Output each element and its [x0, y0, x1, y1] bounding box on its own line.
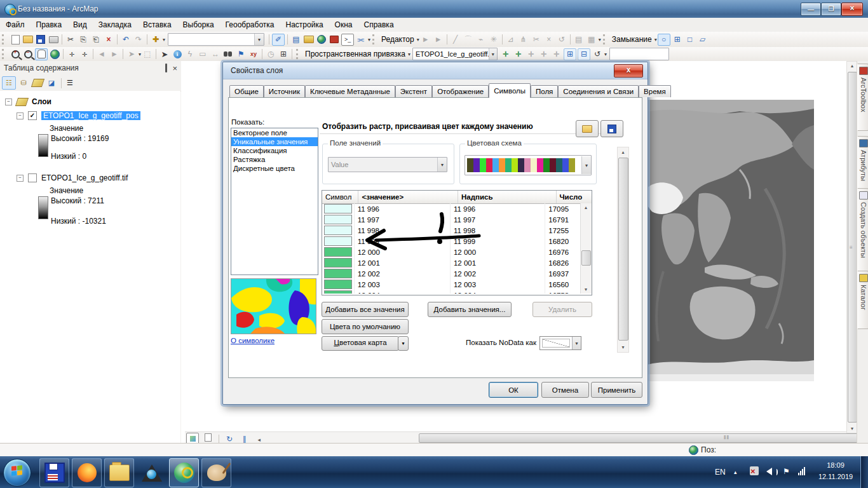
cell-label[interactable]: 11 998 — [451, 225, 545, 236]
georeferencing-toolbar-label[interactable]: Пространственная привязка — [305, 50, 405, 58]
rotate-raster-icon[interactable]: ↺ — [592, 49, 603, 60]
layout-view-button[interactable] — [202, 432, 214, 443]
renderer-option[interactable]: Дискретные цвета — [231, 164, 318, 173]
dialog-tab[interactable]: Поля — [531, 85, 558, 97]
dock-tab[interactable]: Каталог — [857, 271, 868, 329]
renderer-option[interactable]: Классификация — [231, 146, 318, 155]
dialog-titlebar[interactable]: Свойства слоя — [223, 62, 648, 79]
value-swatch[interactable] — [324, 204, 352, 214]
panel-scroll-thumb[interactable] — [618, 158, 628, 341]
georeferencing-layer-combo[interactable]: ETOPO1_Ice_g_geotiff.tif▾ — [412, 48, 498, 60]
value-swatch[interactable] — [324, 258, 352, 268]
dialog-tab[interactable]: Общие — [229, 85, 264, 97]
renderer-option[interactable]: Уникальные значения — [231, 137, 318, 146]
table-row[interactable]: 12 000 12 000 16976 — [322, 247, 580, 257]
menu-item[interactable]: Файл — [0, 18, 31, 31]
layer-name[interactable]: ETOPO1_Ice_g_geotiff.tif — [41, 173, 128, 182]
full-extent-icon[interactable] — [49, 49, 60, 60]
network-signal-icon[interactable] — [798, 467, 806, 477]
table-row[interactable]: 11 999 11 999 16820 — [322, 236, 580, 247]
value-swatch[interactable] — [324, 269, 352, 278]
undo-icon[interactable]: ↶ — [120, 34, 132, 45]
menu-item[interactable]: Вставка — [137, 18, 177, 31]
table-scrollbar[interactable]: ▴ ▾ — [580, 203, 592, 294]
edge-snapping-icon[interactable]: ▱ — [697, 34, 709, 45]
identify-icon[interactable]: i — [172, 49, 183, 60]
open-icon[interactable] — [22, 34, 34, 45]
fixed-zoom-out-icon[interactable]: ✛ — [79, 49, 90, 60]
taskbar-license-app-button[interactable] — [137, 458, 166, 487]
cell-label[interactable]: 12 002 — [451, 268, 545, 279]
dock-tab[interactable]: Создать объекты — [857, 188, 868, 272]
show-desktop-button[interactable] — [860, 456, 868, 488]
pin-icon[interactable] — [165, 64, 167, 72]
menu-item[interactable]: Геообработка — [220, 18, 280, 31]
menu-item[interactable]: Окна — [329, 18, 358, 31]
column-header[interactable]: Символ — [322, 191, 358, 203]
colormap-dropdown-arrow[interactable]: ▾ — [398, 336, 409, 351]
cell-label[interactable]: 12 004 — [451, 290, 545, 294]
point-snapping-icon[interactable]: ○ — [658, 34, 670, 46]
dialog-close-button[interactable]: x — [614, 64, 643, 78]
default-colors-button[interactable]: Цвета по умолчанию — [322, 319, 409, 334]
cell-label[interactable]: 11 996 — [451, 203, 545, 214]
collapse-icon[interactable]: − — [5, 98, 12, 105]
paste-icon[interactable]: ⎗ — [90, 34, 102, 45]
start-button[interactable] — [3, 459, 31, 487]
value-swatch[interactable] — [324, 290, 352, 294]
table-scroll-thumb[interactable] — [581, 250, 591, 266]
menu-item[interactable]: Закладка — [93, 18, 137, 31]
toolbar-grip[interactable] — [2, 49, 7, 59]
dialog-tab[interactable]: Ключевые Метаданные — [305, 85, 395, 97]
power-plug-icon[interactable]: × — [750, 466, 759, 475]
link-table-icon[interactable]: ⊟ — [578, 48, 590, 60]
table-row[interactable]: 12 001 12 001 16826 — [322, 257, 580, 268]
cell-label[interactable]: 11 997 — [451, 214, 545, 225]
list-by-visibility-icon[interactable] — [31, 77, 44, 89]
value-swatch[interactable] — [324, 236, 352, 246]
copy-icon[interactable]: ⎘ — [78, 34, 89, 45]
dock-tab[interactable]: Атрибуты — [857, 136, 868, 191]
snapping-toolbar-label[interactable]: Замыкание — [612, 35, 652, 44]
action-center-flag-icon[interactable]: ⚑ — [783, 467, 790, 476]
volume-icon[interactable] — [766, 468, 778, 477]
go-to-xy-icon[interactable]: xy — [248, 49, 259, 60]
collapse-icon[interactable]: − — [17, 175, 24, 182]
select-link-icon[interactable]: ✛ — [513, 49, 524, 60]
map-canvas[interactable] — [644, 100, 814, 381]
search-window-icon[interactable] — [316, 34, 327, 45]
cell-label[interactable]: 12 001 — [451, 257, 545, 268]
viewer-window-icon[interactable]: ⊞ — [278, 49, 289, 60]
menu-item[interactable]: Настройка — [280, 18, 329, 31]
ok-button[interactable]: ОК — [489, 382, 538, 398]
delete-icon[interactable]: × — [103, 34, 114, 45]
dialog-tab[interactable]: Экстент — [395, 85, 432, 97]
list-by-drawing-order-icon[interactable]: ☷ — [2, 76, 16, 90]
cancel-button[interactable]: Отмена — [541, 382, 589, 398]
taskbar-firefox-button[interactable] — [72, 458, 102, 487]
view-link-table-icon[interactable]: ⊞ — [564, 48, 576, 60]
taskbar-arcmap-button[interactable] — [169, 458, 199, 487]
menu-item[interactable]: Выборка — [177, 18, 220, 31]
select-elements-icon[interactable]: ➤ — [159, 49, 170, 60]
find-icon[interactable] — [222, 49, 234, 60]
value-swatch[interactable] — [324, 280, 352, 289]
layer-name-selected[interactable]: ETOPO1_Ice_g_geotiff_pos — [41, 111, 140, 120]
color-scheme-combo[interactable]: ▾ — [465, 155, 592, 175]
nodata-color-combo[interactable]: ▾ — [539, 336, 581, 350]
taskbar-explorer-button[interactable] — [104, 458, 134, 487]
column-header[interactable]: Число — [557, 191, 592, 203]
apply-button[interactable]: Применить — [591, 382, 642, 398]
restore-button[interactable]: ❐ — [821, 3, 841, 16]
rotation-angle-input[interactable] — [609, 48, 669, 60]
menu-item[interactable]: Правка — [31, 18, 68, 31]
arctoolbox-icon[interactable] — [329, 34, 340, 45]
toolbar-grip[interactable] — [2, 34, 7, 44]
catalog-window-icon[interactable] — [303, 34, 315, 45]
zoom-in-icon[interactable]: + — [10, 49, 21, 60]
python-window-icon[interactable]: >_ — [341, 34, 354, 46]
find-route-icon[interactable]: ⚑ — [235, 49, 247, 60]
dialog-tab[interactable]: Время — [639, 85, 671, 97]
close-button[interactable]: × — [841, 3, 863, 16]
renderer-listbox[interactable]: Векторное поле Уникальные значения Класс… — [231, 128, 318, 275]
